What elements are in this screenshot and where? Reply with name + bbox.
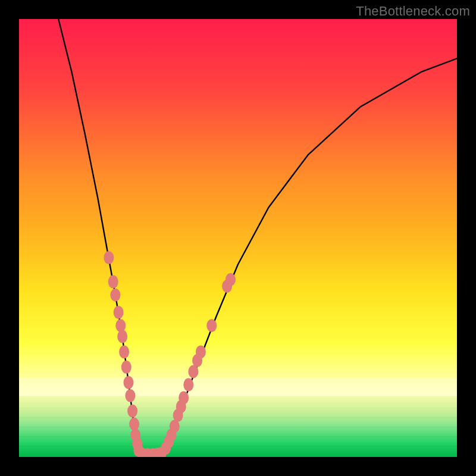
sample-dot	[196, 345, 206, 358]
sample-dot	[108, 275, 118, 289]
watermark-text: TheBottleneck.com	[356, 4, 470, 19]
sample-dot	[178, 392, 189, 405]
sample-dot	[183, 378, 193, 392]
sample-dot	[226, 273, 236, 286]
sample-dot	[114, 306, 124, 319]
chart-frame: TheBottleneck.com	[0, 0, 476, 476]
sample-dot	[125, 389, 135, 402]
sample-dot	[127, 405, 137, 418]
sample-dot	[110, 289, 120, 302]
bottleneck-chart	[19, 19, 457, 457]
sample-dot	[124, 376, 134, 389]
sample-dot	[104, 251, 114, 264]
sample-dot	[117, 330, 127, 343]
sample-dot	[115, 319, 126, 332]
sample-dot	[121, 361, 131, 374]
sample-dot	[129, 418, 139, 431]
gradient-background	[19, 19, 457, 457]
sample-dot	[206, 319, 217, 332]
sample-dot	[119, 345, 129, 358]
